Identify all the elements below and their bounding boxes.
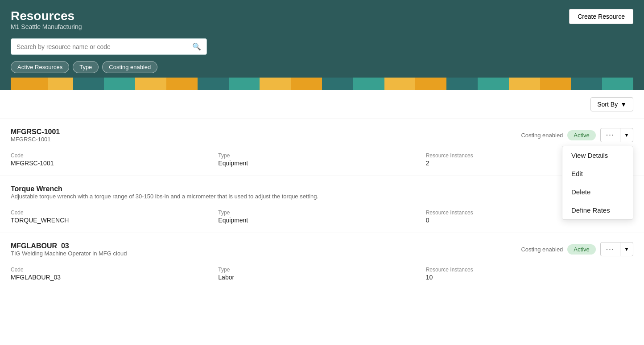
code-value-1: MFGRSC-1001 (11, 160, 218, 167)
action-dots-icon-1: ··· (601, 128, 620, 142)
resource-name-2: Torque Wrench (11, 185, 318, 193)
type-value-3: Labor (218, 274, 425, 281)
resource-card-1: MFGRSC-1001 MFGRSC-1001 Costing enabled … (0, 119, 644, 176)
context-menu-delete[interactable]: Delete (562, 183, 633, 201)
type-value-2: Equipment (218, 217, 425, 224)
context-menu-view-details[interactable]: View Details (562, 146, 633, 164)
costing-label-1: Costing enabled (521, 132, 563, 139)
code-value-2: TORQUE_WRENCH (11, 217, 218, 224)
create-resource-button[interactable]: Create Resource (569, 9, 633, 24)
type-label-2: Type (218, 209, 425, 216)
chevron-down-icon-1: ▼ (620, 129, 633, 141)
instances-value-3: 10 (426, 274, 633, 281)
filter-active-resources[interactable]: Active Resources (11, 61, 69, 73)
action-dots-icon-3: ··· (601, 242, 620, 256)
action-menu-button-1[interactable]: ··· ▼ (600, 128, 633, 142)
type-label-1: Type (218, 152, 425, 159)
chevron-down-icon: ▼ (620, 101, 627, 108)
type-value-1: Equipment (218, 160, 425, 167)
status-badge-3: Active (567, 244, 595, 255)
context-menu-define-rates[interactable]: Define Rates (562, 201, 633, 219)
status-badge-1: Active (567, 130, 595, 140)
resource-name-1: MFGRSC-1001 (11, 128, 60, 136)
search-icon: 🔍 (192, 42, 201, 51)
decorative-band (11, 78, 633, 90)
code-value-3: MFGLABOUR_03 (11, 274, 218, 281)
filter-costing-enabled[interactable]: Costing enabled (102, 61, 157, 73)
instances-label-3: Resource Instances (426, 267, 633, 273)
filter-row: Active Resources Type Costing enabled (11, 61, 633, 73)
context-menu-edit[interactable]: Edit (562, 164, 633, 183)
resource-sub-1: MFGRSC-1001 (11, 136, 60, 143)
costing-label-3: Costing enabled (521, 246, 563, 253)
subtitle: M1 Seattle Manufacturing (11, 23, 82, 30)
sort-by-button[interactable]: Sort By ▼ (590, 97, 633, 111)
context-menu: View Details Edit Delete Define Rates (562, 146, 633, 220)
chevron-down-icon-3: ▼ (620, 243, 633, 255)
page-title: Resources (11, 9, 82, 23)
resource-card-2: Torque Wrench Adjustable torque wrench w… (0, 176, 644, 233)
main-content: Sort By ▼ MFGRSC-1001 MFGRSC-1001 Costin… (0, 90, 644, 345)
resource-card-3: MFGLABOUR_03 TIG Welding Machine Operato… (0, 233, 644, 290)
sort-row: Sort By ▼ (0, 90, 644, 119)
search-input[interactable] (17, 43, 192, 50)
resource-sub-3: TIG Welding Machine Operator in MFG clou… (11, 250, 127, 257)
resource-name-3: MFGLABOUR_03 (11, 242, 127, 250)
filter-type[interactable]: Type (73, 61, 99, 73)
resource-sub-2: Adjustable torque wrench with a torque r… (11, 193, 318, 200)
search-bar: 🔍 (11, 38, 207, 55)
type-label-3: Type (218, 267, 425, 273)
code-label-1: Code (11, 152, 218, 159)
sort-label: Sort By (597, 101, 618, 108)
page-header: Resources M1 Seattle Manufacturing Creat… (0, 0, 644, 90)
action-menu-button-3[interactable]: ··· ▼ (600, 242, 633, 256)
code-label-3: Code (11, 267, 218, 273)
code-label-2: Code (11, 209, 218, 216)
